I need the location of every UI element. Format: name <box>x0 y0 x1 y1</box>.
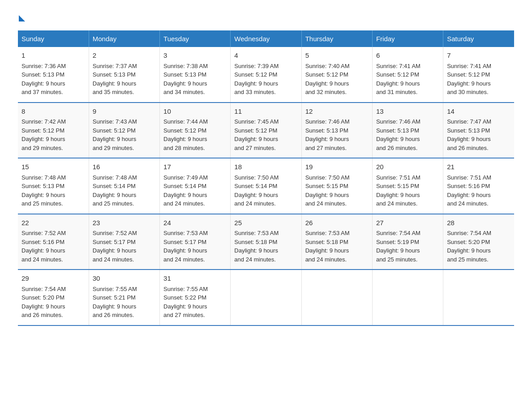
calendar-cell: 20Sunrise: 7:51 AMSunset: 5:15 PMDayligh… <box>372 158 443 214</box>
daylight-minutes-info: and 34 minutes. <box>163 89 205 95</box>
day-number: 7 <box>447 51 511 61</box>
sunset-info: Sunset: 5:13 PM <box>447 127 490 134</box>
calendar-cell: 10Sunrise: 7:44 AMSunset: 5:12 PMDayligh… <box>160 103 231 158</box>
sunset-info: Sunset: 5:12 PM <box>21 127 64 134</box>
sunset-info: Sunset: 5:14 PM <box>234 183 277 189</box>
daylight-minutes-info: and 24 minutes. <box>234 256 276 263</box>
sunrise-info: Sunrise: 7:36 AM <box>21 63 66 69</box>
daylight-info: Daylight: 9 hours <box>93 80 137 87</box>
calendar-cell: 7Sunrise: 7:41 AMSunset: 5:12 PMDaylight… <box>443 47 514 103</box>
day-number: 24 <box>163 218 227 228</box>
daylight-info: Daylight: 9 hours <box>163 80 207 87</box>
daylight-minutes-info: and 24 minutes. <box>234 200 276 207</box>
calendar-cell: 2Sunrise: 7:37 AMSunset: 5:13 PMDaylight… <box>89 47 159 103</box>
daylight-minutes-info: and 25 minutes. <box>93 200 134 207</box>
sunset-info: Sunset: 5:17 PM <box>163 239 206 245</box>
sunrise-info: Sunrise: 7:46 AM <box>305 118 350 125</box>
day-number: 22 <box>21 218 85 228</box>
daylight-info: Daylight: 9 hours <box>376 136 420 142</box>
day-number: 18 <box>234 162 297 172</box>
daylight-minutes-info: and 27 minutes. <box>163 312 205 318</box>
daylight-minutes-info: and 31 minutes. <box>376 89 418 95</box>
calendar-cell: 19Sunrise: 7:50 AMSunset: 5:15 PMDayligh… <box>301 158 372 214</box>
day-number: 14 <box>447 107 511 117</box>
header-thursday: Thursday <box>301 30 372 47</box>
sunset-info: Sunset: 5:13 PM <box>305 127 348 134</box>
daylight-info: Daylight: 9 hours <box>163 136 207 142</box>
calendar-week-row: 15Sunrise: 7:48 AMSunset: 5:13 PMDayligh… <box>18 158 514 214</box>
calendar-cell <box>231 270 301 325</box>
sunrise-info: Sunrise: 7:55 AM <box>93 286 137 292</box>
daylight-info: Daylight: 9 hours <box>93 136 137 142</box>
calendar-cell: 26Sunrise: 7:53 AMSunset: 5:18 PMDayligh… <box>301 214 372 270</box>
daylight-minutes-info: and 24 minutes. <box>163 200 205 207</box>
sunset-info: Sunset: 5:22 PM <box>163 294 206 301</box>
calendar-cell: 6Sunrise: 7:41 AMSunset: 5:12 PMDaylight… <box>372 47 443 103</box>
daylight-minutes-info: and 28 minutes. <box>163 145 205 151</box>
sunset-info: Sunset: 5:13 PM <box>93 71 136 78</box>
day-number: 28 <box>447 218 511 228</box>
daylight-info: Daylight: 9 hours <box>376 80 420 87</box>
sunrise-info: Sunrise: 7:38 AM <box>163 63 208 69</box>
sunrise-info: Sunrise: 7:51 AM <box>447 174 491 181</box>
day-number: 20 <box>376 162 439 172</box>
calendar-cell: 13Sunrise: 7:46 AMSunset: 5:13 PMDayligh… <box>372 103 443 158</box>
sunrise-info: Sunrise: 7:50 AM <box>305 174 350 181</box>
sunset-info: Sunset: 5:14 PM <box>93 183 136 189</box>
calendar-cell: 23Sunrise: 7:52 AMSunset: 5:17 PMDayligh… <box>89 214 159 270</box>
daylight-info: Daylight: 9 hours <box>305 247 349 254</box>
header-monday: Monday <box>89 30 159 47</box>
header-friday: Friday <box>372 30 443 47</box>
daylight-minutes-info: and 25 minutes. <box>376 256 418 263</box>
day-number: 8 <box>21 107 85 117</box>
sunset-info: Sunset: 5:20 PM <box>447 239 490 245</box>
sunrise-info: Sunrise: 7:44 AM <box>163 118 208 125</box>
day-number: 1 <box>21 51 85 61</box>
day-number: 10 <box>163 107 227 117</box>
calendar-cell: 16Sunrise: 7:48 AMSunset: 5:14 PMDayligh… <box>89 158 159 214</box>
calendar-week-row: 29Sunrise: 7:54 AMSunset: 5:20 PMDayligh… <box>18 270 514 325</box>
daylight-info: Daylight: 9 hours <box>93 192 137 198</box>
daylight-info: Daylight: 9 hours <box>234 247 278 254</box>
sunrise-info: Sunrise: 7:43 AM <box>93 118 137 125</box>
day-number: 12 <box>305 107 369 117</box>
sunset-info: Sunset: 5:13 PM <box>163 71 206 78</box>
sunset-info: Sunset: 5:12 PM <box>163 127 206 134</box>
daylight-info: Daylight: 9 hours <box>21 192 65 198</box>
daylight-minutes-info: and 24 minutes. <box>305 256 347 263</box>
day-number: 27 <box>376 218 439 228</box>
day-number: 19 <box>305 162 369 172</box>
day-number: 15 <box>21 162 85 172</box>
daylight-info: Daylight: 9 hours <box>93 303 137 310</box>
daylight-minutes-info: and 25 minutes. <box>21 200 63 207</box>
header-sunday: Sunday <box>18 30 89 47</box>
day-number: 30 <box>93 274 156 284</box>
header-saturday: Saturday <box>443 30 514 47</box>
sunset-info: Sunset: 5:12 PM <box>234 71 277 78</box>
sunrise-info: Sunrise: 7:46 AM <box>376 118 420 125</box>
sunset-info: Sunset: 5:19 PM <box>376 239 419 245</box>
day-number: 31 <box>163 274 227 284</box>
sunset-info: Sunset: 5:13 PM <box>21 71 64 78</box>
daylight-info: Daylight: 9 hours <box>447 247 491 254</box>
sunset-info: Sunset: 5:12 PM <box>93 127 136 134</box>
logo <box>18 13 25 21</box>
calendar-cell <box>372 270 443 325</box>
calendar-cell: 28Sunrise: 7:54 AMSunset: 5:20 PMDayligh… <box>443 214 514 270</box>
sunrise-info: Sunrise: 7:47 AM <box>447 118 491 125</box>
sunset-info: Sunset: 5:12 PM <box>305 71 348 78</box>
daylight-minutes-info: and 26 minutes. <box>21 312 63 318</box>
sunrise-info: Sunrise: 7:52 AM <box>93 230 137 236</box>
sunset-info: Sunset: 5:20 PM <box>21 294 64 301</box>
daylight-info: Daylight: 9 hours <box>234 80 278 87</box>
daylight-info: Daylight: 9 hours <box>234 192 278 198</box>
sunrise-info: Sunrise: 7:48 AM <box>21 174 66 181</box>
daylight-minutes-info: and 26 minutes. <box>376 145 418 151</box>
sunrise-info: Sunrise: 7:54 AM <box>447 230 491 236</box>
calendar-cell: 1Sunrise: 7:36 AMSunset: 5:13 PMDaylight… <box>18 47 89 103</box>
calendar-week-row: 8Sunrise: 7:42 AMSunset: 5:12 PMDaylight… <box>18 103 514 158</box>
sunset-info: Sunset: 5:21 PM <box>93 294 136 301</box>
daylight-minutes-info: and 27 minutes. <box>305 145 347 151</box>
sunset-info: Sunset: 5:12 PM <box>376 71 419 78</box>
sunrise-info: Sunrise: 7:41 AM <box>376 63 420 69</box>
